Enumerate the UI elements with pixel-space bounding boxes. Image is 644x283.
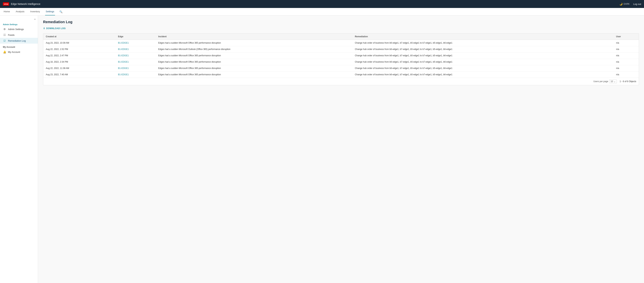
table-row: Aug 22, 2022, 2:47 PM B1-EDGE1 Edges had…	[43, 52, 639, 59]
cell-edge[interactable]: B1-EDGE1	[116, 40, 156, 46]
col-created-at: Created at	[43, 34, 116, 40]
per-page-dropdown[interactable]: 10 ⌄	[609, 80, 617, 83]
cell-edge[interactable]: B1-EDGE1	[116, 65, 156, 72]
chevron-down-icon: ⌄	[614, 80, 616, 83]
top-header: vmw Edge Network Intelligence 🌙 DARK Log…	[0, 0, 644, 8]
pagination-info: 1 - 6 of 6 Objects	[620, 80, 636, 83]
sidebar-item-feeds[interactable]: ☷ Feeds	[0, 32, 38, 38]
sidebar: ‹‹ Admin Settings ⚙ Admin Settings ☷ Fee…	[0, 16, 38, 283]
dark-mode-toggle[interactable]: 🌙 DARK	[620, 2, 630, 6]
cell-user: n/a	[614, 52, 639, 59]
remediation-table-container: Created at Edge Incident Remediation Use…	[43, 33, 639, 85]
sidebar-item-admin-settings[interactable]: ⚙ Admin Settings	[0, 26, 38, 32]
cell-created-at: Aug 18, 2022, 2:34 PM	[43, 59, 116, 65]
list-icon: ☷	[3, 34, 6, 36]
admin-section-label: Admin Settings	[0, 22, 38, 26]
search-icon[interactable]: 🔍	[59, 10, 62, 13]
cell-incident: Edges had a sudden Microsoft Office 365 …	[156, 65, 352, 72]
table-row: Aug 23, 2022, 10:39 AM B1-EDGE1 Edges ha…	[43, 40, 639, 46]
nav-analysis[interactable]: Analysis	[15, 8, 25, 16]
dark-label: DARK	[624, 3, 630, 5]
table-header-row: Created at Edge Incident Remediation Use…	[43, 34, 639, 40]
nav-settings[interactable]: Settings	[45, 8, 55, 16]
cell-edge[interactable]: B1-EDGE1	[116, 52, 156, 59]
vmw-logo: vmw	[3, 2, 9, 6]
cell-user: n/a	[614, 40, 639, 46]
cell-edge[interactable]: B1-EDGE1	[116, 46, 156, 52]
col-user: User	[614, 34, 639, 40]
sidebar-item-remediation-label: Remediation Log	[8, 40, 26, 42]
nav-home[interactable]: Home	[3, 8, 11, 16]
cell-user: n/a	[614, 46, 639, 52]
cell-created-at: Aug 22, 2022, 1:52 PM	[43, 46, 116, 52]
table-row: Aug 23, 2022, 7:40 AM B1-EDGE1 Edges had…	[43, 72, 639, 78]
main-layout: ‹‹ Admin Settings ⚙ Admin Settings ☷ Fee…	[0, 16, 644, 283]
cell-remediation: Change hub order of business from b6-edg…	[352, 52, 614, 59]
col-remediation: Remediation	[352, 34, 614, 40]
remediation-table: Created at Edge Incident Remediation Use…	[43, 34, 639, 78]
cell-user: n/a	[614, 72, 639, 78]
nav-inventory[interactable]: Inventory	[30, 8, 40, 16]
table-footer: Users per page 10 ⌄ 1 - 6 of 6 Objects	[43, 78, 639, 85]
per-page-value: 10	[610, 80, 613, 83]
cell-remediation: Change hub order of business from b6-edg…	[352, 46, 614, 52]
table-row: Aug 22, 2022, 11:38 AM B1-EDGE1 Edges ha…	[43, 65, 639, 72]
cell-incident: Edges had a sudden Microsoft Outlook (Of…	[156, 46, 352, 52]
gear-icon: ⚙	[3, 28, 6, 30]
main-content: Remediation Log ⇓ DOWNLOAD LOG Created a…	[38, 16, 644, 283]
cell-created-at: Aug 22, 2022, 11:38 AM	[43, 65, 116, 72]
sidebar-item-remediation-log[interactable]: ☑ Remediation Log	[0, 38, 38, 44]
sidebar-item-my-account-label: My Account	[8, 51, 20, 54]
sidebar-item-admin-settings-label: Admin Settings	[8, 28, 24, 30]
logout-button[interactable]: Log out	[633, 3, 641, 6]
download-log-button[interactable]: ⇓ DOWNLOAD LOG	[43, 27, 66, 30]
cell-created-at: Aug 22, 2022, 2:47 PM	[43, 52, 116, 59]
cell-incident: Edges had a sudden Microsoft Office 365 …	[156, 59, 352, 65]
download-icon: ⇓	[43, 27, 45, 30]
app-title: Edge Network Intelligence	[11, 2, 40, 6]
table-row: Aug 18, 2022, 2:34 PM B1-EDGE1 Edges had…	[43, 59, 639, 65]
per-page-selector: Users per page 10 ⌄	[593, 80, 617, 83]
cell-created-at: Aug 23, 2022, 7:40 AM	[43, 72, 116, 78]
cell-remediation: Change hub order of business from b6-edg…	[352, 59, 614, 65]
account-section-label: My Account	[0, 44, 38, 49]
nav-bar: Home Analysis Inventory Settings 🔍	[0, 8, 644, 16]
cell-incident: Edges had a sudden Microsoft Office 365 …	[156, 72, 352, 78]
cell-edge[interactable]: B1-EDGE1	[116, 59, 156, 65]
page-title: Remediation Log	[43, 20, 639, 24]
sidebar-item-feeds-label: Feeds	[8, 34, 14, 36]
cell-user: n/a	[614, 59, 639, 65]
cell-user: n/a	[614, 65, 639, 72]
sidebar-item-my-account[interactable]: 🔔 My Account	[0, 49, 38, 55]
moon-icon: 🌙	[620, 2, 622, 6]
cell-incident: Edges had a sudden Microsoft Office 365 …	[156, 40, 352, 46]
cell-remediation: Change hub order of business from b6-edg…	[352, 40, 614, 46]
table-row: Aug 22, 2022, 1:52 PM B1-EDGE1 Edges had…	[43, 46, 639, 52]
per-page-label: Users per page	[593, 80, 608, 83]
header-right: 🌙 DARK Log out	[620, 2, 641, 6]
cell-remediation: Change hub order of business from b6-edg…	[352, 65, 614, 72]
cell-created-at: Aug 23, 2022, 10:39 AM	[43, 40, 116, 46]
col-edge: Edge	[116, 34, 156, 40]
bell-icon: 🔔	[3, 50, 6, 54]
col-incident: Incident	[156, 34, 352, 40]
cell-edge[interactable]: B1-EDGE1	[116, 72, 156, 78]
sidebar-collapse-button[interactable]: ‹‹	[0, 17, 38, 22]
cell-remediation: Change hub order of business from b6-edg…	[352, 72, 614, 78]
cell-incident: Edges had a sudden Microsoft Office 365 …	[156, 52, 352, 59]
download-label: DOWNLOAD LOG	[46, 27, 66, 30]
header-left: vmw Edge Network Intelligence	[3, 2, 40, 6]
check-icon: ☑	[3, 39, 6, 42]
